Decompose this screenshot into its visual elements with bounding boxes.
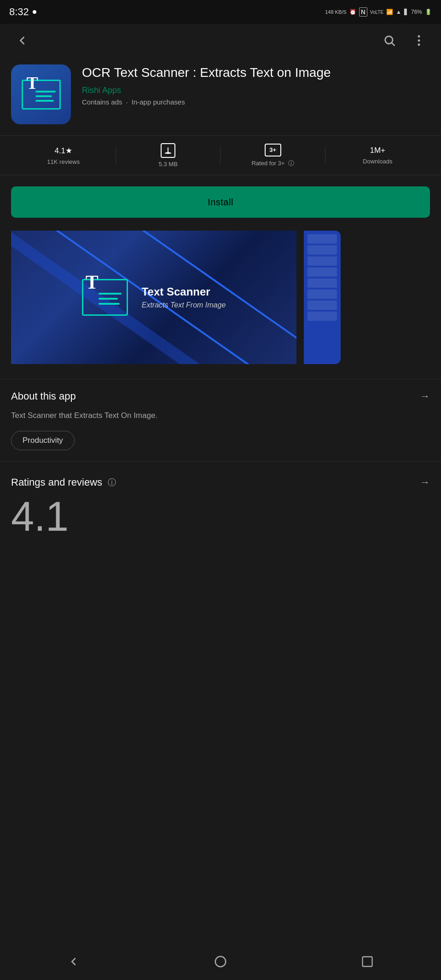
svg-rect-6 xyxy=(165,153,172,154)
about-header[interactable]: About this app → xyxy=(11,390,430,402)
about-description: Text Scanner that Extracts Text On Image… xyxy=(11,410,430,422)
age-stat[interactable]: 3+ Rated for 3+ ⓘ xyxy=(220,144,325,168)
ratings-section: Ratings and reviews ⓘ → 4.1 xyxy=(0,461,441,548)
wifi-icon: ▲ xyxy=(396,9,401,15)
nfc-icon: N xyxy=(359,7,367,17)
svg-point-2 xyxy=(418,35,420,38)
app-info: OCR Text Scanner : Extracts Text on Imag… xyxy=(82,64,430,106)
svg-line-1 xyxy=(392,43,394,45)
ratings-arrow[interactable]: → xyxy=(420,476,430,488)
more-options-button[interactable] xyxy=(408,29,430,52)
network-speed: 148 KB/S xyxy=(325,9,346,15)
install-section: Install xyxy=(0,186,441,231)
app-title: OCR Text Scanner : Extracts Text on Imag… xyxy=(82,64,430,81)
status-icons: 148 KB/S ⏰ N VoLTE 📶 ▲ ▋ 76% 🔋 xyxy=(325,7,432,17)
rating-value: 4.1★ xyxy=(54,146,72,156)
age-value: 3+ xyxy=(265,144,281,157)
home-nav-button[interactable] xyxy=(207,948,234,975)
status-bar: 8:32 148 KB/S ⏰ N VoLTE 📶 ▲ ▋ 76% 🔋 xyxy=(0,0,441,24)
side-row-8 xyxy=(308,312,337,321)
side-row-1 xyxy=(308,234,337,244)
side-row-5 xyxy=(308,278,337,288)
downloads-stat: 1M+ Downloads xyxy=(325,146,430,165)
screenshot-text: Text Scanner Extracts Text From Image xyxy=(142,285,226,309)
about-section: About this app → Text Scanner that Extra… xyxy=(0,379,441,458)
app-icon-t-letter: T xyxy=(27,73,38,93)
age-label: Rated for 3+ ⓘ xyxy=(251,159,294,168)
ratings-big-number: 4.1 xyxy=(11,496,430,537)
nav-bar xyxy=(0,24,441,57)
rating-stat[interactable]: 4.1★ 11K reviews xyxy=(11,146,116,165)
size-stat: 5.3 MB xyxy=(116,143,221,168)
status-dot xyxy=(33,10,36,14)
downloads-label: Downloads xyxy=(363,158,392,165)
volte-icon: VoLTE xyxy=(370,10,383,15)
recents-nav-button[interactable] xyxy=(354,948,381,975)
app-developer[interactable]: Rishi Apps xyxy=(82,86,430,95)
sc-line-1 xyxy=(99,293,122,295)
bottom-nav xyxy=(0,943,441,980)
icon-line-2 xyxy=(35,95,52,97)
side-row-2 xyxy=(308,245,337,255)
svg-point-3 xyxy=(418,40,420,42)
ratings-section-title: Ratings and reviews xyxy=(11,476,102,488)
nav-actions xyxy=(378,29,430,52)
productivity-tag[interactable]: Productivity xyxy=(11,431,75,450)
screenshots-section: T Text Scanner Extracts Text From Image xyxy=(0,231,441,379)
sc-line-2 xyxy=(99,298,118,300)
svg-point-4 xyxy=(418,44,420,46)
side-row-7 xyxy=(308,301,337,310)
download-box-icon xyxy=(161,143,175,158)
ratings-header[interactable]: Ratings and reviews ⓘ → xyxy=(11,476,430,488)
screenshot-content: T Text Scanner Extracts Text From Image xyxy=(82,279,226,316)
app-header: T OCR Text Scanner : Extracts Text on Im… xyxy=(0,57,441,135)
app-icon-inner: T xyxy=(22,80,61,110)
signal-bars-icon: ▋ xyxy=(404,9,408,15)
icon-line-1 xyxy=(35,91,56,93)
about-arrow[interactable]: → xyxy=(420,390,430,402)
screenshot-scroll[interactable]: T Text Scanner Extracts Text From Image xyxy=(0,231,441,364)
svg-rect-8 xyxy=(363,957,372,967)
side-row-6 xyxy=(308,290,337,299)
screenshot-app-title: Text Scanner xyxy=(142,285,226,298)
status-time: 8:32 xyxy=(9,6,36,18)
screenshot-main: T Text Scanner Extracts Text From Image xyxy=(11,231,296,364)
side-row-3 xyxy=(308,256,337,266)
ratings-info-icon[interactable]: ⓘ xyxy=(108,477,116,488)
icon-line-3 xyxy=(35,100,54,102)
signal-icon: 📶 xyxy=(386,9,393,15)
time-display: 8:32 xyxy=(9,6,29,18)
screenshot-side xyxy=(304,231,341,364)
search-button[interactable] xyxy=(378,29,400,52)
stats-row: 4.1★ 11K reviews 5.3 MB 3+ Rated for 3+ … xyxy=(0,135,441,175)
battery-display: 76% xyxy=(411,9,422,15)
sc-line-3 xyxy=(99,303,120,305)
alarm-icon: ⏰ xyxy=(349,9,356,15)
size-label: 5.3 MB xyxy=(159,161,178,168)
ads-label: Contains ads xyxy=(82,98,122,106)
screenshot-app-subtitle: Extracts Text From Image xyxy=(142,301,226,309)
install-button[interactable]: Install xyxy=(11,186,430,218)
age-info-icon[interactable]: ⓘ xyxy=(288,160,294,167)
downloads-value: 1M+ xyxy=(370,146,385,155)
screenshot-icon: T xyxy=(82,279,128,316)
back-button[interactable] xyxy=(11,29,33,52)
app-meta: Contains ads · In-app purchases xyxy=(82,98,430,106)
rating-label: 11K reviews xyxy=(47,158,80,165)
svg-point-7 xyxy=(215,957,226,967)
app-icon: T xyxy=(11,64,71,124)
screenshot-t-letter: T xyxy=(86,271,99,293)
back-nav-button[interactable] xyxy=(60,948,87,975)
iap-label: In-app purchases xyxy=(132,98,185,106)
age-box-icon: 3+ xyxy=(265,144,281,157)
size-icon-box xyxy=(161,143,175,158)
side-row-4 xyxy=(308,267,337,277)
about-section-title: About this app xyxy=(11,390,76,402)
battery-icon: 🔋 xyxy=(425,9,432,15)
